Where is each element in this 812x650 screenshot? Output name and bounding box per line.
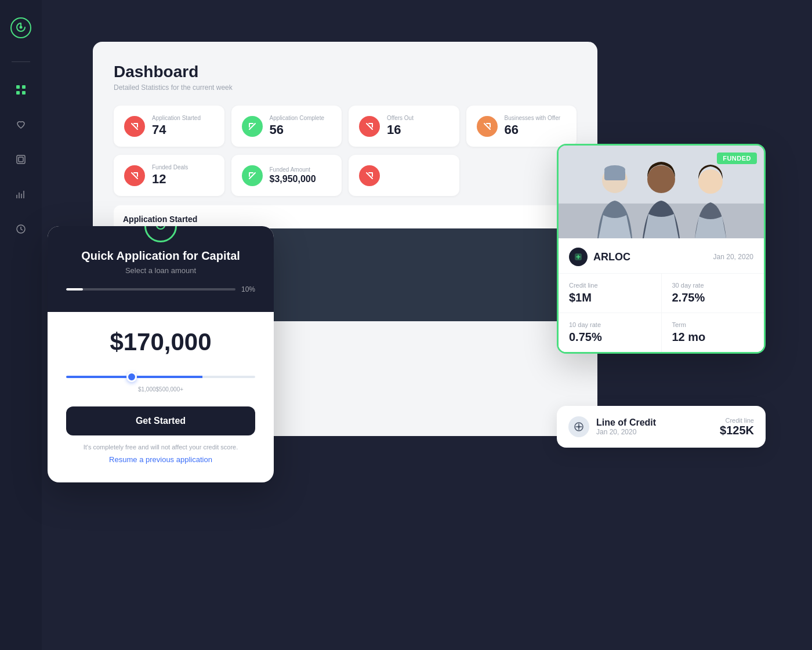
stat-value-businesses: 66 (505, 122, 561, 137)
range-labels: $1,000 $500,000+ (138, 386, 183, 393)
loc-icon (568, 416, 589, 437)
stat-funded-deals: Funded Deals 12 (114, 155, 224, 196)
stat-value-offers: 16 (387, 122, 414, 137)
stat-label-complete: Application Complete (270, 115, 325, 121)
svg-rect-5 (17, 155, 25, 164)
stat-value-complete: 56 (270, 122, 325, 137)
arloc-date: Jan 20, 2020 (713, 253, 753, 261)
stat-icon-businesses (477, 116, 498, 137)
arloc-credit-line-cell: Credit line $1M (559, 274, 661, 313)
arloc-term-cell: Term 12 mo (662, 313, 764, 352)
stat-info-businesses: Businesses with Offer 66 (505, 115, 561, 137)
stat-info-offers: Offers Out 16 (387, 115, 414, 137)
stat-info-funded-deals: Funded Deals 12 (152, 164, 188, 187)
rate-10-value: 0.75% (569, 331, 651, 344)
svg-rect-1 (16, 85, 20, 89)
arloc-card: FUNDED ARLOC Jan 20, 2020 Credit line $1… (557, 144, 766, 354)
svg-rect-18 (604, 170, 625, 180)
stat-value-started: 74 (152, 122, 201, 137)
arloc-name: ARLOC (593, 251, 630, 263)
stat-extra (349, 155, 459, 196)
quick-app-header: Quick Application for Capital Select a l… (48, 226, 274, 312)
stat-info-complete: Application Complete 56 (270, 115, 325, 137)
arloc-rate-30-cell: 30 day rate 2.75% (662, 274, 764, 313)
sidebar-logo[interactable] (10, 17, 31, 38)
svg-rect-6 (19, 157, 23, 162)
svg-rect-2 (22, 85, 26, 89)
quick-app-logo (144, 226, 177, 242)
credit-line-value: $1M (569, 291, 651, 304)
resume-link[interactable]: Resume a previous application (109, 455, 212, 464)
stats-row-2: Funded Deals 12 Funded Amount $3,950,000 (114, 155, 577, 196)
sidebar-item-analytics[interactable] (12, 185, 30, 204)
loc-date: Jan 20, 2020 (596, 428, 656, 436)
loc-right: Credit line $125K (720, 417, 754, 437)
sidebar-item-dashboard[interactable] (12, 81, 30, 99)
stat-icon-complete (242, 116, 263, 137)
rate-10-label: 10 day rate (569, 321, 651, 328)
stat-label-businesses: Businesses with Offer (505, 115, 561, 121)
stat-application-started: Application Started 74 (114, 106, 224, 147)
stat-value-funded-amount: $3,950,000 (270, 174, 316, 184)
stat-label-funded-deals: Funded Deals (152, 164, 188, 170)
loc-credit-value: $125K (720, 424, 754, 437)
arloc-details-grid: Credit line $1M 30 day rate 2.75% 10 day… (559, 274, 764, 352)
quick-app-subtitle: Select a loan amount (66, 266, 255, 275)
range-slider-container (66, 370, 255, 380)
stat-label-funded-amount: Funded Amount (270, 166, 316, 173)
arloc-name-row: ARLOC (569, 248, 630, 266)
sidebar-item-history[interactable] (12, 220, 30, 238)
chart-title: Application Started (123, 215, 567, 224)
quick-app-title: Quick Application for Capital (66, 249, 255, 263)
loan-amount-display: $170,000 (110, 328, 211, 356)
progress-bar-fill (66, 288, 83, 290)
loc-name: Line of Credit (596, 417, 656, 428)
stat-info-started: Application Started 74 (152, 115, 201, 137)
stat-offers-out: Offers Out 16 (349, 106, 459, 147)
svg-point-20 (698, 169, 723, 194)
term-value: 12 mo (672, 331, 754, 344)
dashboard-subtitle: Detailed Statistics for the current week (114, 83, 577, 92)
credit-line-label: Credit line (569, 282, 651, 289)
svg-point-19 (647, 165, 675, 193)
sidebar-divider (12, 61, 30, 62)
stat-icon-funded-deals (124, 165, 145, 186)
arloc-rate-10-cell: 10 day rate 0.75% (559, 313, 661, 352)
progress-text: 10% (241, 285, 255, 293)
loc-card: Line of Credit Jan 20, 2020 Credit line … (557, 406, 766, 448)
arloc-image: FUNDED (559, 146, 764, 238)
svg-point-0 (20, 26, 23, 29)
stat-icon-extra (359, 165, 380, 186)
range-max-label: $500,000+ (156, 386, 184, 393)
stat-icon-started (124, 116, 145, 137)
progress-bar-bg (66, 288, 235, 290)
stat-value-funded-deals: 12 (152, 172, 188, 187)
sidebar-item-layers[interactable] (12, 150, 30, 169)
stat-info-funded-amount: Funded Amount $3,950,000 (270, 166, 316, 184)
stat-label-started: Application Started (152, 115, 201, 121)
loc-info: Line of Credit Jan 20, 2020 (596, 417, 656, 436)
svg-rect-4 (22, 91, 26, 95)
stat-businesses: Businesses with Offer 66 (466, 106, 577, 147)
get-started-button[interactable]: Get Started (66, 406, 255, 435)
stat-icon-offers (359, 116, 380, 137)
arloc-header: ARLOC Jan 20, 2020 (559, 238, 764, 274)
quick-app-card: Quick Application for Capital Select a l… (48, 226, 274, 482)
sidebar (0, 0, 42, 650)
stat-icon-funded-amount (242, 165, 263, 186)
svg-point-12 (160, 226, 162, 227)
loc-left: Line of Credit Jan 20, 2020 (568, 416, 656, 437)
loc-credit-label: Credit line (720, 417, 754, 424)
funded-badge: FUNDED (717, 152, 757, 164)
sidebar-item-favorites[interactable] (12, 115, 30, 134)
term-label: Term (672, 321, 754, 328)
stats-row-1: Application Started 74 Application Compl… (114, 106, 577, 147)
stat-label-offers: Offers Out (387, 115, 414, 121)
loan-amount-slider[interactable] (66, 376, 255, 378)
range-min-label: $1,000 (138, 386, 156, 393)
free-text: It's completely free and will not affect… (84, 444, 238, 451)
rate-30-value: 2.75% (672, 291, 754, 304)
quick-app-body: $170,000 $1,000 $500,000+ Get Started It… (48, 312, 274, 464)
stat-application-complete: Application Complete 56 (231, 106, 342, 147)
svg-rect-3 (16, 91, 20, 95)
